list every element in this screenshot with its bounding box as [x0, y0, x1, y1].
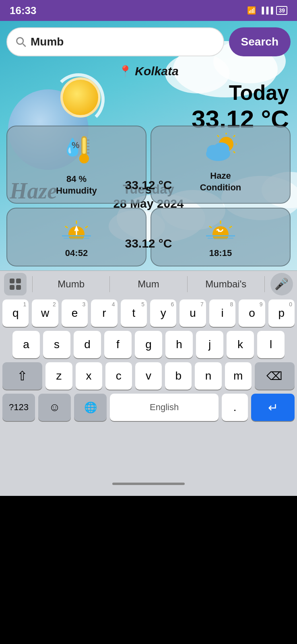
center-temp-2: 33.12 °C: [125, 237, 172, 250]
globe-key[interactable]: 🌐: [74, 394, 107, 421]
home-bar[interactable]: [112, 483, 185, 485]
status-time: 16:33: [10, 4, 37, 17]
status-bar: 16:33 📶 ▐▐▐ 39: [0, 0, 297, 21]
key-b[interactable]: b: [165, 362, 192, 390]
key-s[interactable]: s: [43, 331, 70, 358]
key-number-3: 3: [82, 301, 85, 308]
haze-condition-svg: [204, 133, 237, 162]
search-icon: [15, 36, 27, 47]
battery-icon: 39: [276, 6, 287, 15]
key-row-2: a s d f g h j k l: [2, 331, 295, 358]
key-number-9: 9: [260, 301, 263, 308]
svg-line-39: [229, 226, 232, 228]
key-number-7: 7: [200, 301, 204, 308]
svg-point-36: [212, 226, 229, 239]
suggestion-divider: [187, 276, 188, 292]
sunset-svg: [204, 215, 237, 239]
key-q[interactable]: 1q: [2, 299, 29, 327]
suggestion-mum[interactable]: Mum: [111, 275, 185, 293]
status-icons: 📶 ▐▐▐ 39: [247, 6, 287, 15]
condition-card-label: Haze Condition: [200, 170, 241, 193]
return-key[interactable]: ↵: [251, 394, 295, 421]
search-input-wrapper[interactable]: [6, 27, 224, 56]
apps-dot: [10, 285, 14, 290]
key-z[interactable]: z: [45, 362, 72, 390]
key-a[interactable]: a: [12, 331, 40, 358]
suggestion-mumbais[interactable]: Mumbai's: [189, 275, 263, 293]
location-name: Kolkata: [135, 64, 178, 78]
backspace-key[interactable]: ⌫: [255, 362, 295, 390]
suggestion-divider: [32, 276, 33, 292]
key-o[interactable]: 9o: [239, 299, 265, 327]
sunrise-svg: [60, 215, 93, 239]
key-number-1: 1: [23, 301, 27, 308]
keyboard-area: Mumb Mum Mumbai's 🎤 1q 2w 3e 4r 5t 6y 7u…: [0, 270, 297, 496]
key-t[interactable]: 5t: [121, 299, 147, 327]
condition-card: Haze Condition: [151, 126, 291, 204]
dot-key[interactable]: .: [222, 394, 248, 421]
key-row-4: ?123 ☺ 🌐 English . ↵: [2, 394, 295, 421]
search-button[interactable]: Search: [229, 27, 291, 56]
suggestion-divider: [109, 276, 110, 292]
signal-icon: ▐▐▐: [259, 7, 273, 14]
humidity-svg: 💧 %: [60, 133, 93, 165]
humidity-label: 84 % Humudity: [56, 173, 97, 196]
apps-dot: [16, 285, 21, 290]
apps-dot: [10, 279, 14, 283]
key-x[interactable]: x: [76, 362, 102, 390]
key-j[interactable]: j: [196, 331, 223, 358]
key-c[interactable]: c: [105, 362, 132, 390]
search-input[interactable]: [31, 35, 215, 48]
apps-grid: [10, 279, 21, 290]
key-l[interactable]: l: [257, 331, 285, 358]
key-number-4: 4: [112, 301, 115, 308]
key-v[interactable]: v: [135, 362, 162, 390]
svg-rect-13: [82, 138, 86, 154]
sunrise-icon: [60, 215, 93, 244]
key-number-8: 8: [230, 301, 233, 308]
suggestion-divider: [264, 276, 265, 292]
key-d[interactable]: d: [74, 331, 101, 358]
key-u[interactable]: 7u: [179, 299, 206, 327]
svg-line-24: [233, 151, 235, 153]
bottom-row: [0, 472, 297, 496]
key-number-6: 6: [171, 301, 174, 308]
apps-icon[interactable]: [4, 273, 27, 295]
center-temp-1: 33.12 °C: [125, 178, 172, 192]
svg-line-25: [217, 135, 219, 137]
key-number-2: 2: [53, 301, 56, 308]
key-w[interactable]: 2w: [32, 299, 58, 327]
shift-key[interactable]: ⇧: [2, 362, 42, 390]
key-number-0: 0: [289, 301, 292, 308]
key-f[interactable]: f: [104, 331, 132, 358]
sunset-time: 18:15: [209, 248, 232, 259]
key-e[interactable]: 3e: [62, 299, 88, 327]
location-pin-icon: 📍: [118, 65, 132, 78]
key-k[interactable]: k: [227, 331, 254, 358]
numbers-key[interactable]: ?123: [2, 394, 35, 421]
suggestions-row: Mumb Mum Mumbai's 🎤: [0, 270, 297, 297]
svg-line-32: [85, 226, 88, 228]
space-key[interactable]: English: [110, 394, 219, 421]
key-row-1: 1q 2w 3e 4r 5t 6y 7u 8i 9o 0p: [2, 299, 295, 327]
sunrise-time: 04:52: [65, 248, 88, 259]
key-g[interactable]: g: [135, 331, 162, 358]
weather-sun-ring: [52, 73, 105, 126]
suggestion-mumb[interactable]: Mumb: [34, 275, 108, 293]
key-n[interactable]: n: [195, 362, 221, 390]
microphone-button[interactable]: 🎤: [270, 273, 293, 295]
key-h[interactable]: h: [165, 331, 193, 358]
svg-point-28: [213, 142, 229, 155]
humidity-card: 💧 % 84 % Humudity: [6, 126, 146, 204]
key-p[interactable]: 0p: [268, 299, 295, 327]
search-bar-container: Search: [6, 27, 291, 56]
key-i[interactable]: 8i: [209, 299, 235, 327]
svg-text:%: %: [72, 140, 80, 150]
humidity-icon: 💧 %: [60, 133, 93, 170]
wifi-icon: 📶: [247, 6, 256, 15]
key-r[interactable]: 4r: [91, 299, 117, 327]
emoji-key[interactable]: ☺: [38, 394, 71, 421]
weather-area: Search 📍 Kolkata Today 33.12 °C Haze Tue…: [0, 21, 297, 270]
key-m[interactable]: m: [225, 362, 252, 390]
key-y[interactable]: 6y: [150, 299, 176, 327]
